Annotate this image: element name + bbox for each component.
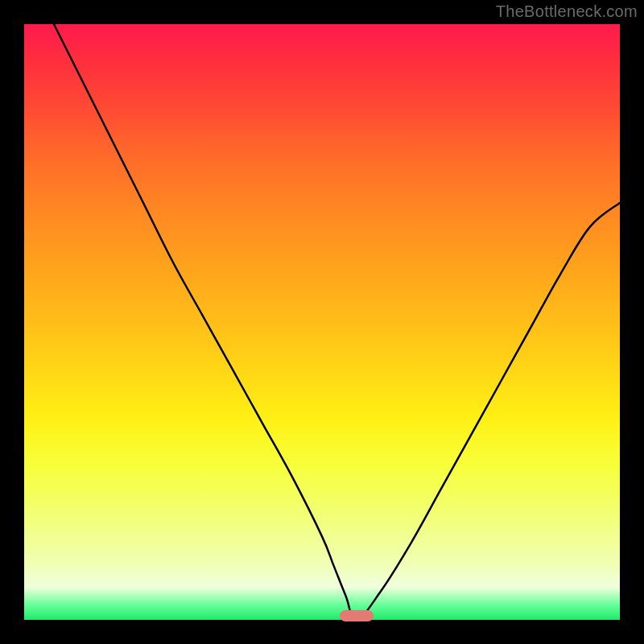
curve-path bbox=[54, 24, 620, 620]
bottleneck-curve bbox=[24, 24, 620, 620]
chart-frame: TheBottleneck.com bbox=[0, 0, 644, 644]
watermark-text: TheBottleneck.com bbox=[496, 2, 638, 21]
plot-area bbox=[24, 24, 620, 620]
minimum-marker bbox=[340, 610, 374, 621]
